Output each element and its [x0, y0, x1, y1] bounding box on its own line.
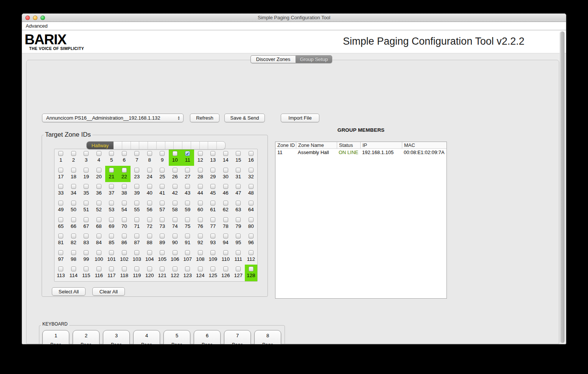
zone-checkbox-12[interactable] — [198, 151, 203, 156]
zone-cell-82[interactable]: 82 — [67, 232, 80, 248]
zone-checkbox-97[interactable] — [58, 250, 63, 255]
zone-checkbox-62[interactable] — [223, 201, 228, 206]
zone-checkbox-96[interactable] — [249, 234, 254, 238]
zone-checkbox-81[interactable] — [58, 234, 63, 238]
group-tab-empty[interactable] — [122, 142, 131, 149]
group-tab-empty[interactable] — [148, 142, 156, 149]
zone-checkbox-86[interactable] — [122, 234, 127, 238]
zone-checkbox-60[interactable] — [198, 201, 203, 206]
zone-cell-3[interactable]: 3 — [80, 149, 93, 166]
zone-checkbox-52[interactable] — [96, 201, 101, 206]
zone-cell-17[interactable]: 17 — [54, 166, 67, 182]
zone-cell-27[interactable]: 27 — [181, 166, 194, 182]
zone-cell-81[interactable]: 81 — [54, 232, 67, 248]
zone-checkbox-48[interactable] — [249, 184, 254, 189]
zone-checkbox-29[interactable] — [210, 168, 215, 173]
zone-checkbox-91[interactable] — [185, 234, 190, 238]
zone-cell-105[interactable]: 105 — [156, 248, 169, 265]
zone-cell-126[interactable]: 126 — [219, 265, 232, 281]
zone-cell-112[interactable]: 112 — [245, 248, 258, 265]
zone-checkbox-95[interactable] — [236, 234, 241, 238]
zone-checkbox-28[interactable] — [198, 168, 203, 173]
zone-cell-61[interactable]: 61 — [207, 199, 219, 215]
zone-cell-30[interactable]: 30 — [219, 166, 232, 182]
zone-cell-70[interactable]: 70 — [118, 215, 131, 232]
zone-cell-44[interactable]: 44 — [194, 182, 207, 199]
zone-checkbox-8[interactable] — [147, 151, 152, 156]
zone-checkbox-108[interactable] — [198, 250, 203, 255]
zone-cell-80[interactable]: 80 — [245, 215, 258, 232]
group-tab-empty[interactable] — [165, 142, 174, 149]
zone-cell-115[interactable]: 115 — [80, 265, 93, 281]
zone-cell-48[interactable]: 48 — [245, 182, 258, 199]
zone-checkbox-57[interactable] — [160, 201, 165, 206]
zone-cell-56[interactable]: 56 — [143, 199, 156, 215]
zone-cell-110[interactable]: 110 — [219, 248, 232, 265]
zone-cell-41[interactable]: 41 — [156, 182, 169, 199]
zone-cell-77[interactable]: 77 — [207, 215, 219, 232]
zone-cell-87[interactable]: 87 — [131, 232, 143, 248]
zone-cell-36[interactable]: 36 — [93, 182, 106, 199]
zone-checkbox-124[interactable] — [198, 266, 203, 271]
zone-checkbox-1[interactable] — [58, 151, 63, 156]
zone-checkbox-38[interactable] — [122, 184, 127, 189]
zone-cell-6[interactable]: 6 — [118, 149, 131, 166]
group-tab-empty[interactable] — [156, 142, 165, 149]
zone-checkbox-93[interactable] — [210, 234, 215, 238]
zone-checkbox-36[interactable] — [96, 184, 101, 189]
zone-cell-14[interactable]: 14 — [219, 149, 232, 166]
zone-cell-46[interactable]: 46 — [219, 182, 232, 199]
title-bar[interactable]: Simple Paging Configuration Tool — [22, 14, 566, 22]
zone-cell-28[interactable]: 28 — [194, 166, 207, 182]
zone-cell-99[interactable]: 99 — [80, 248, 93, 265]
zone-checkbox-113[interactable] — [58, 266, 63, 271]
zone-checkbox-19[interactable] — [84, 168, 89, 173]
zone-cell-45[interactable]: 45 — [207, 182, 219, 199]
page-group-key-3[interactable]: 3PageGroup 3 — [103, 330, 130, 344]
zone-checkbox-69[interactable] — [109, 217, 114, 222]
group-tab-empty[interactable] — [139, 142, 148, 149]
zone-checkbox-106[interactable] — [173, 250, 177, 255]
zone-cell-74[interactable]: 74 — [169, 215, 182, 232]
zone-checkbox-120[interactable] — [147, 266, 152, 271]
zone-cell-20[interactable]: 20 — [93, 166, 106, 182]
zone-cell-68[interactable]: 68 — [93, 215, 106, 232]
zone-cell-15[interactable]: 15 — [232, 149, 245, 166]
zone-checkbox-72[interactable] — [147, 217, 152, 222]
zone-cell-21[interactable]: 21 — [105, 166, 118, 182]
zone-cell-52[interactable]: 52 — [93, 199, 106, 215]
zone-cell-89[interactable]: 89 — [156, 232, 169, 248]
zone-checkbox-99[interactable] — [84, 250, 89, 255]
zone-cell-63[interactable]: 63 — [232, 199, 245, 215]
zone-checkbox-102[interactable] — [122, 250, 127, 255]
zone-checkbox-100[interactable] — [96, 250, 101, 255]
page-group-key-6[interactable]: 6PageGroup 6 — [194, 330, 221, 344]
zone-cell-127[interactable]: 127 — [232, 265, 245, 281]
zone-checkbox-89[interactable] — [160, 234, 165, 238]
zone-cell-95[interactable]: 95 — [232, 232, 245, 248]
zone-checkbox-18[interactable] — [71, 168, 76, 173]
zone-cell-1[interactable]: 1 — [54, 149, 67, 166]
zone-cell-83[interactable]: 83 — [80, 232, 93, 248]
zone-checkbox-79[interactable] — [236, 217, 241, 222]
zone-checkbox-105[interactable] — [160, 250, 165, 255]
zone-cell-47[interactable]: 47 — [232, 182, 245, 199]
scrollbar-thumb[interactable] — [560, 31, 565, 343]
zone-cell-33[interactable]: 33 — [54, 182, 67, 199]
zone-checkbox-15[interactable] — [236, 151, 241, 156]
zone-cell-57[interactable]: 57 — [156, 199, 169, 215]
zone-cell-92[interactable]: 92 — [194, 232, 207, 248]
page-group-key-7[interactable]: 7PageGroup 7 — [224, 330, 251, 344]
zone-cell-65[interactable]: 65 — [54, 215, 67, 232]
zone-cell-109[interactable]: 109 — [207, 248, 219, 265]
zone-checkbox-43[interactable] — [185, 184, 190, 189]
zone-checkbox-94[interactable] — [223, 234, 228, 238]
zone-checkbox-59[interactable] — [185, 201, 190, 206]
zone-checkbox-76[interactable] — [198, 217, 203, 222]
zone-checkbox-78[interactable] — [223, 217, 228, 222]
zone-checkbox-61[interactable] — [210, 201, 215, 206]
zone-checkbox-107[interactable] — [185, 250, 190, 255]
zone-cell-5[interactable]: 5 — [105, 149, 118, 166]
zone-checkbox-111[interactable] — [236, 250, 241, 255]
zone-cell-18[interactable]: 18 — [67, 166, 80, 182]
